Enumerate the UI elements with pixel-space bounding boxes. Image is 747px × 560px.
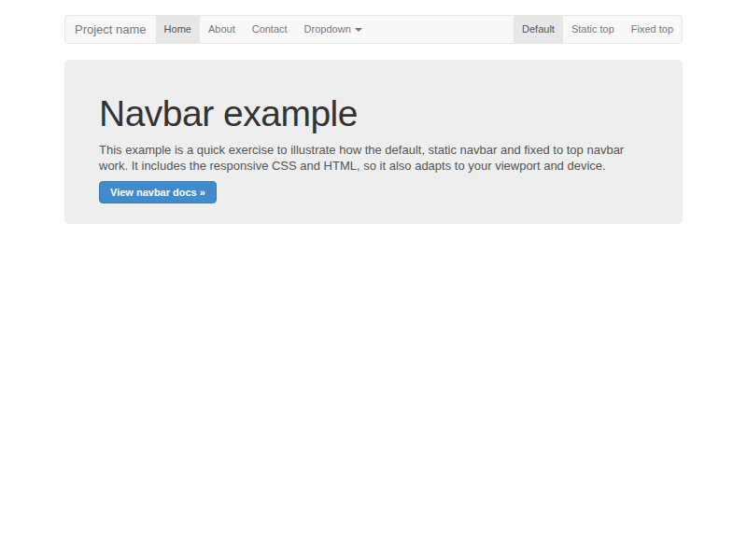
page-title: Navbar example [99, 95, 648, 133]
nav-item-default[interactable]: Default [514, 16, 563, 43]
navbar-left-nav: Home About Contact Dropdown [156, 16, 371, 43]
nav-item-about[interactable]: About [200, 16, 244, 43]
top-navbar: Project name Home About Contact Dropdown… [64, 15, 683, 44]
jumbotron-description: This example is a quick exercise to illu… [99, 142, 648, 174]
navbar-brand[interactable]: Project name [65, 16, 156, 43]
nav-item-static-top[interactable]: Static top [563, 16, 623, 43]
nav-item-fixed-top[interactable]: Fixed top [623, 16, 682, 43]
nav-item-dropdown-label: Dropdown [304, 16, 351, 43]
navbar-right-nav: Default Static top Fixed top [514, 16, 682, 43]
nav-item-home[interactable]: Home [156, 16, 200, 43]
nav-item-contact[interactable]: Contact [244, 16, 296, 43]
view-navbar-docs-button[interactable]: View navbar docs » [99, 181, 217, 203]
page-container: Project name Home About Contact Dropdown… [64, 15, 683, 224]
jumbotron: Navbar example This example is a quick e… [64, 60, 683, 224]
caret-down-icon [355, 28, 362, 32]
nav-item-dropdown[interactable]: Dropdown [296, 16, 371, 43]
